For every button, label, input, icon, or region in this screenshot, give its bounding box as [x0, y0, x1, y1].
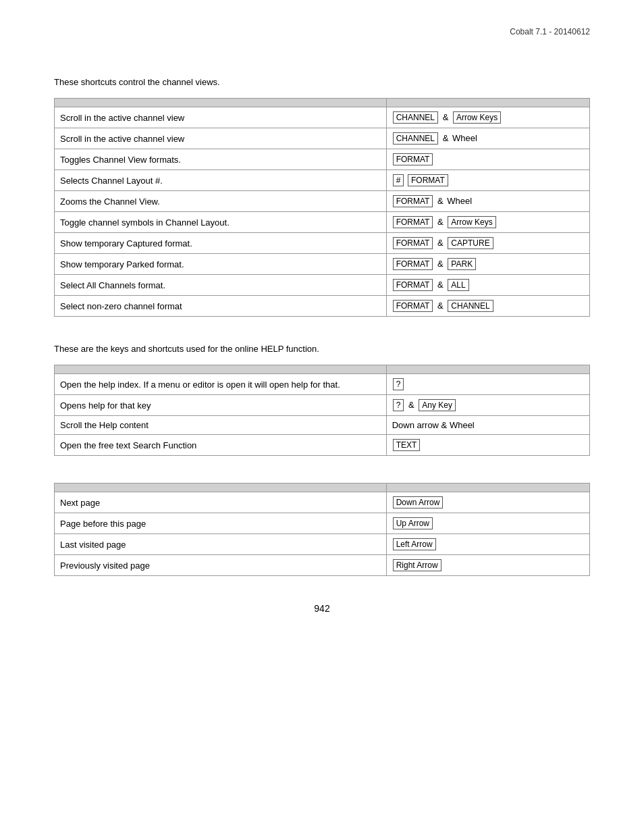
- section1-intro: These shortcuts control the channel view…: [54, 77, 590, 87]
- channel-key: CHANNEL: [393, 111, 438, 124]
- row-keys: FORMAT & CHANNEL: [386, 296, 589, 317]
- row-description: Open the free text Search Function: [55, 435, 387, 456]
- table-row: Show temporary Captured format. FORMAT &…: [55, 233, 590, 254]
- row-keys: Left Arrow: [386, 534, 589, 555]
- row-keys: ? & Any Key: [386, 395, 589, 416]
- row-description: Opens help for that key: [55, 395, 387, 416]
- section3-col2-header: [386, 484, 589, 492]
- all-key: ALL: [448, 279, 468, 291]
- section3-col1-header: [55, 484, 387, 492]
- row-description: Show temporary Parked format.: [55, 254, 387, 275]
- format-key: FORMAT: [393, 258, 433, 270]
- question-key: ?: [393, 378, 404, 390]
- section2-intro: These are the keys and shortcuts used fo…: [54, 344, 590, 354]
- table-row: Previously visited page Right Arrow: [55, 555, 590, 576]
- format-key: FORMAT: [393, 237, 433, 249]
- row-keys: FORMAT & CAPTURE: [386, 233, 589, 254]
- channel-key: CHANNEL: [448, 300, 493, 312]
- row-keys: ?: [386, 374, 589, 395]
- park-key: PARK: [448, 258, 476, 270]
- section3-table: Next page Down Arrow Page before this pa…: [54, 483, 590, 576]
- table-row: Toggle channel symbols in Channel Layout…: [55, 212, 590, 233]
- table-row: Open the free text Search Function TEXT: [55, 435, 590, 456]
- format-key: FORMAT: [393, 195, 433, 207]
- table-row: Select All Channels format. FORMAT & ALL: [55, 275, 590, 296]
- format-key: FORMAT: [393, 279, 433, 291]
- row-description: Last visited page: [55, 534, 387, 555]
- row-description: Select non-zero channel format: [55, 296, 387, 317]
- row-description: Open the help index. If a menu or editor…: [55, 374, 387, 395]
- page-container: Cobalt 7.1 - 20140612 These shortcuts co…: [0, 0, 644, 654]
- up-arrow-key: Up Arrow: [393, 517, 433, 529]
- row-description: Toggle channel symbols in Channel Layout…: [55, 212, 387, 233]
- row-keys: FORMAT & Wheel: [386, 191, 589, 212]
- table-row: Show temporary Parked format. FORMAT & P…: [55, 254, 590, 275]
- table-row: Scroll in the active channel view CHANNE…: [55, 107, 590, 128]
- row-keys: TEXT: [386, 435, 589, 456]
- header-title: Cobalt 7.1 - 20140612: [510, 27, 590, 36]
- row-keys: Up Arrow: [386, 513, 589, 534]
- table-row: Page before this page Up Arrow: [55, 513, 590, 534]
- table-row: Open the help index. If a menu or editor…: [55, 374, 590, 395]
- format-key: FORMAT: [393, 300, 433, 312]
- row-description: Zooms the Channel View.: [55, 191, 387, 212]
- row-keys: CHANNEL & Wheel: [386, 128, 589, 149]
- section2-col2-header: [386, 365, 589, 374]
- table-row: Zooms the Channel View. FORMAT & Wheel: [55, 191, 590, 212]
- left-arrow-key: Left Arrow: [393, 538, 436, 550]
- down-arrow-key: Down Arrow: [393, 496, 444, 509]
- arrow-keys-key: Arrow Keys: [448, 216, 495, 228]
- anykey-key: Any Key: [419, 399, 456, 411]
- row-keys: FORMAT & ALL: [386, 275, 589, 296]
- question-key: ?: [393, 399, 404, 411]
- row-description: Show temporary Captured format.: [55, 233, 387, 254]
- row-description: Page before this page: [55, 513, 387, 534]
- text-key: TEXT: [393, 439, 421, 451]
- row-keys: CHANNEL & Arrow Keys: [386, 107, 589, 128]
- row-keys: FORMAT & PARK: [386, 254, 589, 275]
- row-keys: FORMAT: [386, 149, 589, 170]
- row-keys: Down arrow & Wheel: [386, 416, 589, 435]
- section2-table: Open the help index. If a menu or editor…: [54, 365, 590, 456]
- table-row: Scroll in the active channel view CHANNE…: [55, 128, 590, 149]
- table-row: Toggles Channel View formats. FORMAT: [55, 149, 590, 170]
- table-row: Select non-zero channel format FORMAT & …: [55, 296, 590, 317]
- row-description: Previously visited page: [55, 555, 387, 576]
- right-arrow-key: Right Arrow: [393, 559, 441, 571]
- format-key: FORMAT: [408, 174, 448, 186]
- section2-col1-header: [55, 365, 387, 374]
- table-row: Selects Channel Layout #. # FORMAT: [55, 170, 590, 191]
- hash-key: #: [393, 174, 404, 186]
- row-keys: FORMAT & Arrow Keys: [386, 212, 589, 233]
- row-description: Select All Channels format.: [55, 275, 387, 296]
- row-description: Next page: [55, 492, 387, 513]
- row-description: Scroll in the active channel view: [55, 128, 387, 149]
- format-key: FORMAT: [393, 216, 433, 228]
- row-description: Scroll in the active channel view: [55, 107, 387, 128]
- table-row: Last visited page Left Arrow: [55, 534, 590, 555]
- row-description: Selects Channel Layout #.: [55, 170, 387, 191]
- page-number: 942: [54, 603, 590, 614]
- row-description: Scroll the Help content: [55, 416, 387, 435]
- table-row: Scroll the Help content Down arrow & Whe…: [55, 416, 590, 435]
- section1-col1-header: [55, 99, 387, 107]
- row-description: Toggles Channel View formats.: [55, 149, 387, 170]
- header: Cobalt 7.1 - 20140612: [54, 27, 590, 36]
- section1-table: Scroll in the active channel view CHANNE…: [54, 98, 590, 317]
- row-keys: # FORMAT: [386, 170, 589, 191]
- table-row: Next page Down Arrow: [55, 492, 590, 513]
- table-row: Opens help for that key ? & Any Key: [55, 395, 590, 416]
- channel-key: CHANNEL: [393, 132, 438, 145]
- section1-col2-header: [386, 99, 589, 107]
- arrow-keys-key: Arrow Keys: [453, 111, 501, 124]
- format-key: FORMAT: [393, 153, 433, 165]
- row-keys: Right Arrow: [386, 555, 589, 576]
- capture-key: CAPTURE: [448, 237, 493, 249]
- row-keys: Down Arrow: [386, 492, 589, 513]
